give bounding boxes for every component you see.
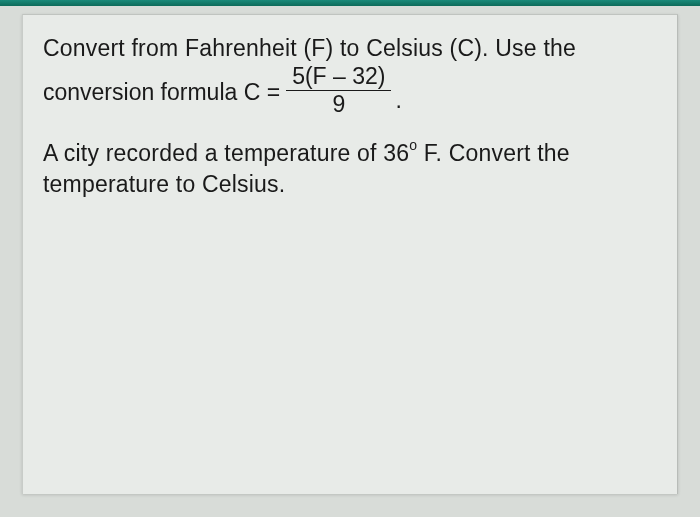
formula-fraction: 5(F – 32) 9: [286, 64, 391, 118]
formula-prefix: conversion formula C =: [43, 79, 280, 106]
formula-period: .: [395, 87, 401, 114]
intro-text: Convert from Fahrenheit (F) to Celsius (…: [43, 33, 657, 64]
formula-denominator: 9: [332, 91, 345, 117]
formula-numerator: 5(F – 32): [286, 64, 391, 91]
window-top-bar: [0, 0, 700, 6]
formula-row: conversion formula C = 5(F – 32) 9 .: [43, 66, 657, 120]
degree-symbol: o: [409, 137, 417, 153]
question-text: A city recorded a temperature of 36o F. …: [43, 138, 657, 200]
question-part1: A city recorded a temperature of 36: [43, 140, 409, 166]
problem-page: Convert from Fahrenheit (F) to Celsius (…: [22, 14, 678, 494]
